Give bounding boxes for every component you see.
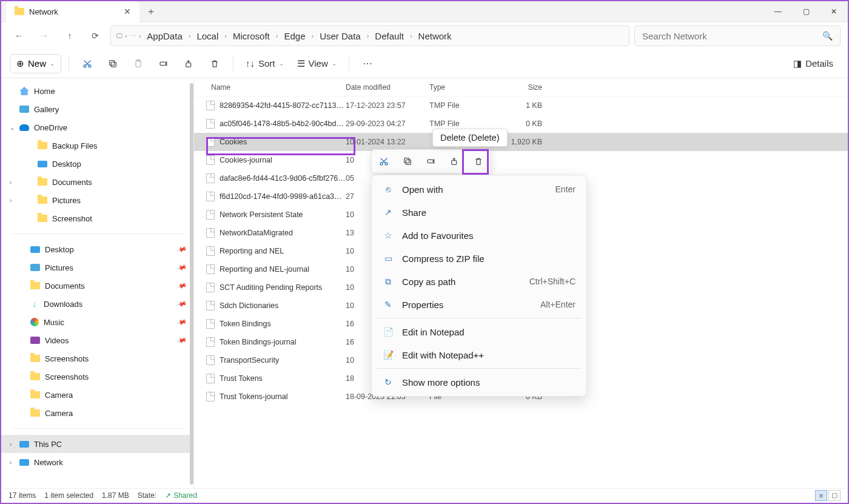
breadcrumb-microsoft[interactable]: Microsoft	[229, 30, 273, 42]
folder-icon	[30, 391, 40, 398]
breadcrumbs[interactable]: 🖵 › ⋯ › AppData› Local› Microsoft› Edge›…	[110, 25, 629, 46]
cut-button[interactable]	[76, 53, 98, 75]
ctx-favourites[interactable]: ☆Add to Favourites	[372, 224, 586, 247]
ctx-zip[interactable]: ▭Compress to ZIP file	[372, 247, 586, 270]
music-icon	[30, 318, 39, 326]
chevron-down-icon[interactable]: ⌄	[10, 124, 15, 131]
breadcrumb-local[interactable]: Local	[193, 30, 222, 42]
more-button[interactable]: ⋯	[357, 53, 378, 75]
ctx-properties[interactable]: ✎PropertiesAlt+Enter	[372, 293, 586, 316]
sidebar-network[interactable]: ›Network	[1, 453, 193, 471]
sidebar-downloads[interactable]: ↓Downloads📌	[1, 295, 193, 313]
sidebar-gallery[interactable]: Gallery	[1, 100, 193, 118]
refresh-button[interactable]: ⟳	[85, 25, 106, 46]
ctx-edit-npp[interactable]: 📝Edit with Notepad++	[372, 343, 586, 366]
ctx-delete-button[interactable]	[470, 153, 487, 170]
sidebar-camera2[interactable]: Camera	[1, 404, 193, 422]
sidebar-pictures[interactable]: Pictures📌	[1, 258, 193, 277]
sort-button[interactable]: ↑↓ Sort ⌄	[241, 56, 289, 71]
copy-button[interactable]	[102, 53, 124, 75]
sidebar-videos[interactable]: Videos📌	[1, 331, 193, 349]
sidebar-pictures-od[interactable]: ›Pictures	[1, 191, 193, 209]
view-large-toggle[interactable]: ▢	[828, 490, 841, 501]
sidebar-onedrive[interactable]: ⌄OneDrive	[1, 118, 193, 136]
folder-icon	[30, 355, 40, 362]
folder-icon	[38, 215, 47, 222]
pin-icon: 📌	[176, 298, 188, 309]
breadcrumb-default[interactable]: Default	[371, 30, 408, 42]
column-date[interactable]: Date modified	[346, 83, 429, 92]
view-button[interactable]: ☰ View ⌄	[292, 56, 341, 72]
column-type[interactable]: Type	[429, 83, 501, 92]
view-details-toggle[interactable]: ≡	[815, 490, 827, 501]
breadcrumb-appdata[interactable]: AppData	[143, 30, 186, 42]
chevron-down-icon: ⌄	[50, 60, 55, 67]
share-button[interactable]	[178, 53, 200, 75]
pc-icon[interactable]: 🖵	[116, 32, 122, 39]
file-row[interactable]: Cookies-journal 10	[194, 151, 848, 169]
sidebar-screenshots2[interactable]: Screenshots	[1, 368, 193, 386]
back-button[interactable]: ←	[8, 25, 29, 46]
ctx-cut-button[interactable]	[375, 153, 392, 170]
new-button[interactable]: ⊕ New ⌄	[10, 54, 61, 73]
breadcrumb-network[interactable]: Network	[415, 30, 455, 42]
ctx-copy-button[interactable]	[399, 153, 416, 170]
documents-icon	[30, 282, 40, 289]
ctx-edit-notepad[interactable]: 📄Edit in Notepad	[372, 320, 586, 343]
chevron-right-icon[interactable]: ›	[10, 441, 12, 448]
sidebar-camera1[interactable]: Camera	[1, 386, 193, 404]
svg-rect-13	[452, 161, 457, 165]
chevron-right-icon[interactable]: ›	[10, 459, 12, 466]
ctx-share-button[interactable]	[446, 153, 463, 170]
file-icon	[206, 283, 215, 292]
forward-button[interactable]: →	[34, 25, 55, 46]
chevron-right-icon[interactable]: ›	[10, 179, 12, 186]
search-box[interactable]: 🔍	[634, 25, 841, 46]
close-tab-icon[interactable]: ✕	[124, 7, 131, 16]
file-name: ac05f046-1478-48b5-b4b2-90c4bdaa186...	[220, 119, 346, 128]
ctx-rename-button[interactable]	[423, 153, 440, 170]
breadcrumb-edge[interactable]: Edge	[280, 30, 309, 42]
sidebar-documents[interactable]: Documents📌	[1, 277, 193, 295]
sidebar-desktop[interactable]: Desktop📌	[1, 240, 193, 258]
search-input[interactable]	[642, 31, 822, 41]
breadcrumb-userdata[interactable]: User Data	[316, 30, 364, 42]
ctx-share[interactable]: ↗Share	[372, 201, 586, 224]
tab-network[interactable]: Network ✕	[6, 1, 139, 22]
close-button[interactable]: ✕	[820, 1, 848, 22]
file-row[interactable]: 82869354-42fd-4415-8072-cc71137bca6f... …	[194, 96, 848, 115]
sidebar-home[interactable]: Home	[1, 82, 193, 100]
desktop-icon	[30, 246, 40, 253]
sidebar-documents-od[interactable]: ›Documents	[1, 173, 193, 191]
sidebar-music[interactable]: Music📌	[1, 313, 193, 331]
up-button[interactable]: ↑	[59, 25, 80, 46]
ctx-show-more[interactable]: ↻Show more options	[372, 371, 586, 394]
maximize-button[interactable]: ▢	[792, 1, 820, 22]
delete-button[interactable]	[204, 53, 226, 75]
sidebar-backup[interactable]: Backup Files	[1, 136, 193, 155]
pin-icon: 📌	[176, 335, 188, 346]
sidebar-desktop-od[interactable]: Desktop	[1, 155, 193, 173]
sidebar-screenshot-od[interactable]: Screenshot	[1, 209, 193, 227]
rename-button[interactable]	[153, 53, 175, 75]
sidebar-screenshots1[interactable]: Screenshots	[1, 349, 193, 368]
minimize-button[interactable]: ―	[764, 1, 792, 22]
ctx-open-with[interactable]: ⎋Open withEnter	[372, 178, 586, 201]
new-tab-button[interactable]: ＋	[142, 2, 160, 21]
paste-button[interactable]	[127, 53, 149, 75]
ctx-copy-path[interactable]: ⧉Copy as pathCtrl+Shift+C	[372, 270, 586, 293]
more-icon[interactable]: ⋯	[130, 32, 136, 40]
notepadpp-icon: 📝	[383, 350, 394, 360]
column-size[interactable]: Size	[501, 83, 549, 92]
file-row[interactable]: Cookies 10-01-2024 13:22 1,920 KB	[194, 133, 848, 151]
column-name[interactable]: Name	[194, 83, 346, 92]
sidebar-this-pc[interactable]: ›This PC	[1, 435, 193, 453]
file-icon	[206, 192, 215, 201]
file-icon	[206, 155, 215, 165]
chevron-right-icon[interactable]: ›	[125, 32, 127, 39]
search-icon[interactable]: 🔍	[822, 31, 833, 41]
details-button[interactable]: ◨ Details	[787, 56, 839, 72]
chevron-right-icon[interactable]: ›	[10, 197, 12, 204]
file-row[interactable]: ac05f046-1478-48b5-b4b2-90c4bdaa186... 2…	[194, 115, 848, 133]
file-name: Reporting and NEL	[220, 247, 284, 255]
